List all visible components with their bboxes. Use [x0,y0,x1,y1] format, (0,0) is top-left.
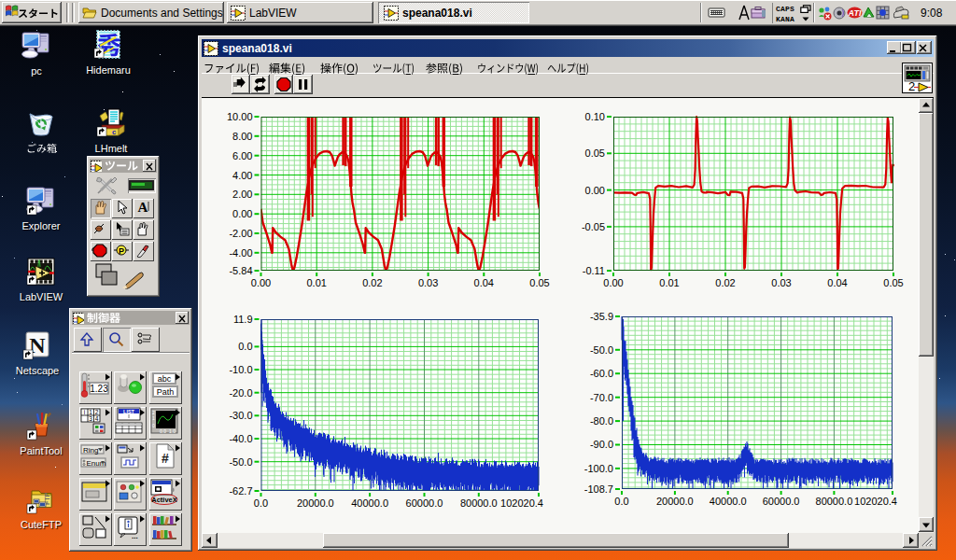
svg-text:1: 1 [89,409,92,415]
svg-text:0.02: 0.02 [362,277,382,288]
svg-text:60000.0: 60000.0 [406,497,443,509]
svg-text:A: A [138,200,148,215]
svg-text:ATI: ATI [848,8,862,18]
svg-text:60000.0: 60000.0 [763,496,800,507]
svg-text:102020.4: 102020.4 [854,496,897,507]
svg-text:Path: Path [157,387,175,397]
svg-text:i: i [84,409,85,415]
svg-text:40000.0: 40000.0 [351,497,388,509]
svg-text:-4.00: -4.00 [229,247,252,259]
svg-text:0.0: 0.0 [254,497,268,509]
svg-text:0.00: 0.00 [585,185,605,196]
svg-text:2: 2 [908,79,915,92]
svg-text:#: # [162,451,169,466]
svg-text:...: ... [132,532,138,540]
svg-text:0.04: 0.04 [827,277,847,288]
svg-text:4: 4 [95,415,99,422]
svg-text:1.0: 1.0 [169,428,176,434]
svg-text:-50.0: -50.0 [229,456,252,468]
svg-text:ActiveX: ActiveX [151,496,177,504]
svg-text:4.00: 4.00 [232,170,252,181]
svg-text:0: 0 [152,423,155,428]
svg-text:-60.0: -60.0 [590,368,613,379]
svg-text:Ring: Ring [83,446,98,455]
svg-text:0.05: 0.05 [585,147,605,159]
svg-text:40000.0: 40000.0 [710,496,747,507]
svg-text:0.0: 0.0 [160,428,166,434]
svg-text:20000.0: 20000.0 [656,496,694,507]
svg-text:-30.0: -30.0 [229,410,252,421]
svg-text:0.03: 0.03 [418,277,438,288]
svg-text:2: 2 [95,409,99,415]
svg-text:-0.05: -0.05 [582,221,605,232]
svg-text:0.10: 0.10 [585,111,605,122]
svg-text:0.00: 0.00 [603,277,623,288]
svg-text:8.00: 8.00 [232,131,252,142]
svg-text:-20.0: -20.0 [229,387,252,399]
svg-text:0.02: 0.02 [715,277,735,288]
svg-text:abc: abc [158,374,172,384]
svg-text:0.00: 0.00 [251,277,271,288]
svg-text:0.0: 0.0 [238,341,252,352]
svg-text:80000.0: 80000.0 [816,496,853,507]
svg-text:-80.0: -80.0 [590,415,613,427]
svg-text:c: c [112,128,117,136]
svg-text:-100.0: -100.0 [584,463,613,474]
svg-text:-70.0: -70.0 [590,392,613,403]
svg-text:-50.0: -50.0 [590,344,613,356]
svg-text:3: 3 [89,415,92,422]
svg-text:102020.4: 102020.4 [500,497,543,509]
svg-text:-10.0: -10.0 [229,364,252,375]
svg-text:-108.7: -108.7 [584,483,613,495]
svg-text:0.05: 0.05 [529,277,549,288]
svg-text:0.03: 0.03 [771,277,791,288]
svg-text:1: 1 [152,415,155,421]
svg-text:-40.0: -40.0 [229,433,252,444]
svg-text:-90.0: -90.0 [590,439,613,450]
svg-text:0.04: 0.04 [474,277,494,288]
svg-text:10.00: 10.00 [227,111,253,122]
svg-text:11.9: 11.9 [233,314,253,325]
svg-text:0.01: 0.01 [659,277,679,288]
svg-text:P: P [119,246,124,256]
svg-text:-2.00: -2.00 [229,228,252,239]
svg-text:20000.0: 20000.0 [297,497,334,509]
svg-text:0.00: 0.00 [232,208,252,219]
svg-text:-5.84: -5.84 [229,265,252,276]
svg-text:-35.9: -35.9 [590,311,613,322]
svg-text:80000.0: 80000.0 [460,497,498,509]
svg-text:1.23: 1.23 [90,384,108,394]
svg-text:-0.11: -0.11 [583,265,605,276]
svg-text:0.01: 0.01 [306,277,326,288]
svg-text:-62.7: -62.7 [229,485,252,497]
svg-text:0.0: 0.0 [614,496,628,507]
svg-text:2.00: 2.00 [232,189,252,200]
svg-text:6.00: 6.00 [232,150,252,161]
svg-text:0.05: 0.05 [883,277,903,288]
svg-text:LIST: LIST [123,409,135,414]
